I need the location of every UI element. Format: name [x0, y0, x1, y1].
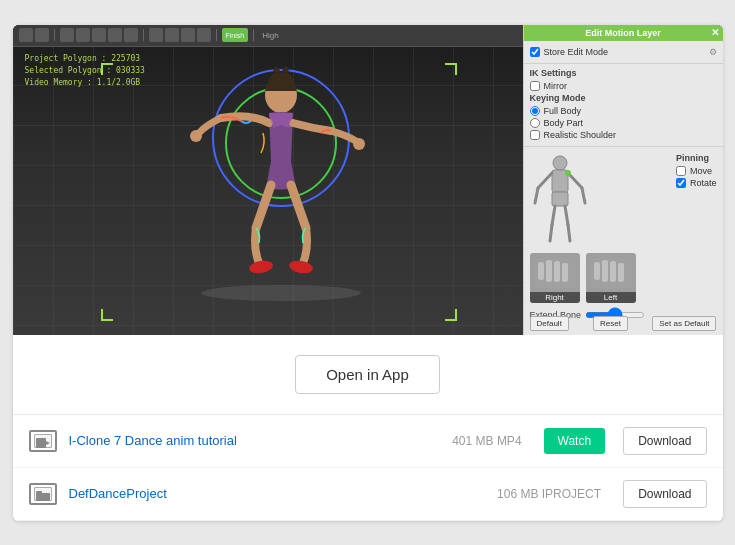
svg-point-7	[288, 259, 314, 275]
ik-settings-section: IK Settings Mirror Keying Mode Full Body…	[524, 64, 723, 147]
svg-rect-22	[546, 260, 552, 282]
body-part-label: Body Part	[544, 118, 584, 128]
svg-point-0	[201, 285, 361, 301]
download-button-1[interactable]: Download	[623, 427, 706, 455]
move-checkbox[interactable]	[676, 166, 686, 176]
store-edit-label: Store Edit Mode	[544, 47, 609, 57]
pinning-title: Pinning	[676, 153, 717, 163]
svg-line-15	[552, 206, 555, 225]
svg-line-12	[535, 188, 538, 203]
file-icon-inner-2	[34, 487, 52, 501]
file-icon-video	[29, 430, 57, 452]
table-row: I-Clone 7 Dance anim tutorial 401 MB MP4…	[13, 415, 723, 468]
full-body-radio[interactable]	[530, 106, 540, 116]
svg-point-5	[353, 138, 365, 150]
svg-rect-32	[36, 493, 50, 501]
left-hand-box: Left	[586, 253, 636, 303]
keying-mode-title: Keying Mode	[530, 93, 717, 103]
file-name-1[interactable]: I-Clone 7 Dance anim tutorial	[69, 433, 441, 448]
svg-rect-24	[562, 263, 568, 282]
svg-point-4	[190, 130, 202, 142]
right-panel: Edit Motion Layer ✕ Store Edit Mode ⚙ IK…	[523, 25, 723, 335]
skeleton-panel: Pinning Move Rotate	[524, 147, 723, 249]
watch-button-1[interactable]: Watch	[544, 428, 606, 454]
svg-line-13	[582, 188, 585, 203]
open-app-section: Open in App	[13, 335, 723, 414]
file-meta-1: 401 MB MP4	[452, 434, 521, 448]
realistic-shoulder-label: Realistic Shoulder	[544, 130, 617, 140]
svg-rect-29	[618, 263, 624, 282]
left-hand-label: Left	[586, 292, 636, 303]
store-edit-section: Store Edit Mode ⚙	[524, 41, 723, 64]
toolbar-sep-1	[54, 29, 55, 41]
panel-bottom-buttons: Default Reset Set as Default	[524, 312, 723, 335]
toolbar-icon-4[interactable]	[76, 28, 90, 42]
mirror-label: Mirror	[544, 81, 568, 91]
main-card: Finish High Project Polygon : 225703 Sel…	[13, 25, 723, 521]
full-body-label: Full Body	[544, 106, 582, 116]
toolbar-icon-1[interactable]	[19, 28, 33, 42]
toolbar-sep-3	[216, 29, 217, 41]
rotate-label: Rotate	[690, 178, 717, 188]
high-label: High	[259, 31, 281, 40]
toolbar-icon-6[interactable]	[108, 28, 122, 42]
reset-button[interactable]: Reset	[593, 316, 628, 331]
skeleton-figure	[530, 153, 590, 243]
panel-title: Edit Motion Layer	[585, 28, 661, 38]
right-hand-box: Right	[530, 253, 580, 303]
toolbar-icon-7[interactable]	[124, 28, 138, 42]
svg-rect-28	[610, 261, 616, 282]
svg-rect-30	[36, 438, 46, 448]
dancer-container	[101, 51, 461, 316]
settings-icon[interactable]: ⚙	[709, 47, 717, 57]
file-list: I-Clone 7 Dance anim tutorial 401 MB MP4…	[13, 414, 723, 521]
svg-line-17	[550, 225, 552, 241]
toolbar-icon-2[interactable]	[35, 28, 49, 42]
mirror-checkbox[interactable]	[530, 81, 540, 91]
default-button[interactable]: Default	[530, 316, 569, 331]
ik-settings-title: IK Settings	[530, 68, 717, 78]
table-row: DefDanceProject 106 MB IPROJECT Download	[13, 468, 723, 521]
file-icon-inner	[34, 434, 52, 448]
svg-point-8	[553, 156, 567, 170]
svg-line-16	[565, 206, 568, 225]
svg-point-19	[565, 170, 571, 176]
close-icon[interactable]: ✕	[711, 27, 719, 38]
move-label: Move	[690, 166, 712, 176]
svg-rect-23	[554, 261, 560, 282]
file-name-2[interactable]: DefDanceProject	[69, 486, 486, 501]
panel-header: Edit Motion Layer ✕	[524, 25, 723, 41]
file-icon-project	[29, 483, 57, 505]
set-as-default-button[interactable]: Set as Default	[652, 316, 716, 331]
right-hand-label: Right	[530, 292, 580, 303]
body-part-radio[interactable]	[530, 118, 540, 128]
svg-marker-31	[46, 441, 50, 445]
realistic-shoulder-checkbox[interactable]	[530, 130, 540, 140]
left-hand-svg	[588, 256, 634, 292]
toolbar-icon-9[interactable]	[165, 28, 179, 42]
svg-rect-33	[36, 491, 42, 494]
store-edit-checkbox[interactable]	[530, 47, 540, 57]
svg-rect-14	[552, 192, 568, 206]
open-in-app-button[interactable]: Open in App	[295, 355, 440, 394]
toolbar-sep-2	[143, 29, 144, 41]
svg-point-6	[248, 259, 274, 275]
finish-button[interactable]: Finish	[222, 28, 249, 42]
file-meta-2: 106 MB IPROJECT	[497, 487, 601, 501]
svg-line-18	[568, 225, 570, 241]
svg-line-10	[538, 173, 552, 188]
toolbar-icon-3[interactable]	[60, 28, 74, 42]
preview-area: Finish High Project Polygon : 225703 Sel…	[13, 25, 723, 335]
hands-row: Right Left	[524, 249, 723, 307]
toolbar-icon-8[interactable]	[149, 28, 163, 42]
svg-rect-27	[602, 260, 608, 282]
toolbar-icon-11[interactable]	[197, 28, 211, 42]
svg-line-11	[568, 173, 582, 188]
pinning-section: Pinning Move Rotate	[676, 153, 717, 190]
toolbar-icon-10[interactable]	[181, 28, 195, 42]
toolbar-icon-5[interactable]	[92, 28, 106, 42]
rotate-checkbox[interactable]	[676, 178, 686, 188]
download-button-2[interactable]: Download	[623, 480, 706, 508]
dancer-svg	[181, 53, 381, 313]
svg-rect-21	[538, 262, 544, 280]
